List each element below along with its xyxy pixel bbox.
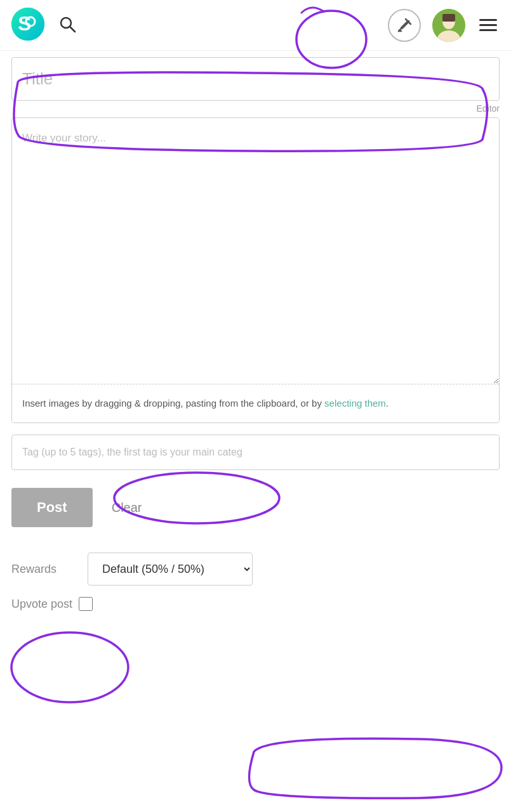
action-buttons: Post Clear [11, 488, 500, 527]
edit-post-button[interactable] [388, 9, 421, 42]
rewards-row: Rewards Default (50% / 50%) 100% Steem P… [11, 553, 500, 586]
post-button[interactable]: Post [11, 488, 93, 527]
header-right-actions [388, 9, 500, 42]
rewards-select[interactable]: Default (50% / 50%) 100% Steem Power Dec… [88, 553, 253, 586]
image-hint-text: Insert images by dragging & dropping, pa… [22, 398, 324, 409]
svg-point-4 [61, 18, 71, 28]
user-avatar[interactable] [432, 9, 465, 42]
clear-button[interactable]: Clear [112, 501, 142, 515]
upvote-checkbox[interactable] [79, 597, 93, 611]
editor-label: Editor [11, 101, 500, 117]
svg-rect-12 [442, 14, 455, 22]
upvote-row: Upvote post [11, 597, 500, 611]
menu-button[interactable] [477, 16, 500, 34]
story-section: Insert images by dragging & dropping, pa… [11, 117, 500, 423]
svg-text:S: S [18, 12, 31, 35]
select-images-link[interactable]: selecting them [324, 398, 386, 409]
image-hint-end: . [386, 398, 388, 409]
title-input[interactable] [11, 57, 500, 101]
tags-input[interactable] [11, 435, 500, 470]
post-editor: Editor Insert images by dragging & dropp… [0, 51, 511, 624]
story-textarea[interactable] [12, 118, 499, 384]
svg-point-15 [11, 632, 128, 702]
image-insert-hint: Insert images by dragging & dropping, pa… [12, 387, 499, 422]
upvote-label: Upvote post [11, 598, 72, 611]
search-button[interactable] [58, 15, 76, 36]
svg-line-5 [70, 27, 76, 32]
rewards-label: Rewards [11, 563, 75, 576]
app-logo[interactable]: S [11, 8, 44, 43]
app-header: S [0, 0, 511, 51]
title-section [11, 57, 500, 101]
